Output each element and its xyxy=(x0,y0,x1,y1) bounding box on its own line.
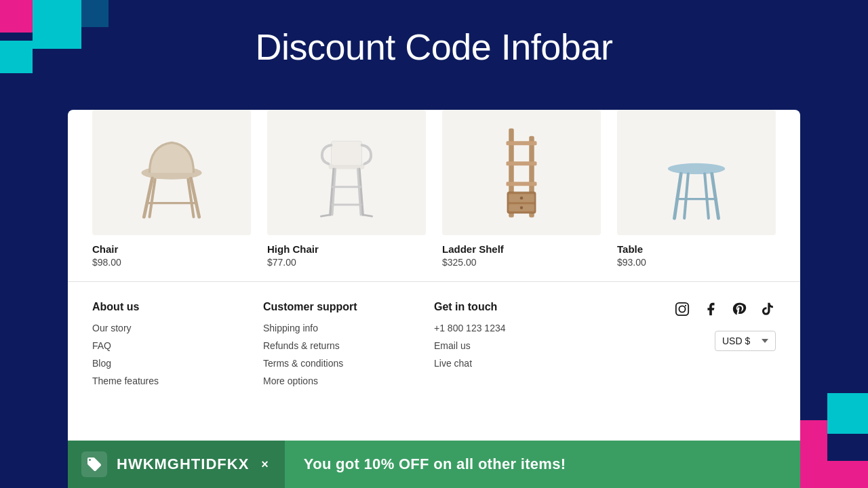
svg-line-32 xyxy=(675,174,682,218)
product-image-shelf xyxy=(442,110,601,235)
product-price-chair: $98.00 xyxy=(92,257,251,268)
svg-point-39 xyxy=(685,305,686,306)
svg-point-31 xyxy=(668,163,726,174)
product-name-table: Table xyxy=(617,243,776,255)
svg-line-20 xyxy=(363,214,372,216)
footer-link-faq[interactable]: FAQ xyxy=(92,340,263,351)
product-name-chair: Chair xyxy=(92,243,251,255)
footer: About us Our story FAQ Blog Theme featur… xyxy=(68,282,800,407)
infobar-code-section: HWKMGHTIDFKX × xyxy=(68,441,285,488)
product-price-shelf: $325.00 xyxy=(442,257,601,268)
svg-rect-37 xyxy=(676,303,688,315)
shelf-illustration xyxy=(481,119,562,227)
product-name-shelf: Ladder Shelf xyxy=(442,243,601,255)
infobar: HWKMGHTIDFKX × You got 10% OFF on all ot… xyxy=(68,441,800,488)
social-icons xyxy=(674,301,776,317)
svg-rect-41 xyxy=(827,393,868,434)
instagram-icon[interactable] xyxy=(674,301,690,317)
footer-link-terms[interactable]: Terms & conditions xyxy=(263,358,434,369)
infobar-message-section: You got 10% OFF on all other items! xyxy=(285,441,800,488)
svg-rect-23 xyxy=(507,141,537,145)
pinterest-icon[interactable] xyxy=(731,301,747,317)
footer-about: About us Our story FAQ Blog Theme featur… xyxy=(92,301,263,393)
svg-point-38 xyxy=(679,306,685,312)
footer-link-refunds[interactable]: Refunds & returns xyxy=(263,340,434,351)
chair-illustration xyxy=(127,119,216,227)
svg-line-35 xyxy=(705,174,709,218)
product-price-table: $93.00 xyxy=(617,257,776,268)
footer-link-shipping[interactable]: Shipping info xyxy=(263,323,434,333)
tag-icon xyxy=(81,451,107,477)
product-card-highchair[interactable]: High Chair $77.00 xyxy=(259,110,434,268)
highchair-illustration xyxy=(306,119,387,227)
svg-rect-42 xyxy=(827,434,868,461)
footer-link-story[interactable]: Our story xyxy=(92,323,263,333)
tiktok-icon[interactable] xyxy=(760,301,776,317)
footer-link-more[interactable]: More options xyxy=(263,375,434,386)
product-card-shelf[interactable]: Ladder Shelf $325.00 xyxy=(434,110,609,268)
page-title: Discount Code Infobar xyxy=(0,26,868,68)
product-image-table xyxy=(617,110,776,235)
product-name-highchair: High Chair xyxy=(267,243,426,255)
close-button[interactable]: × xyxy=(258,455,271,474)
footer-link-blog[interactable]: Blog xyxy=(92,358,263,369)
footer-support: Customer support Shipping info Refunds &… xyxy=(263,301,434,393)
discount-code: HWKMGHTIDFKX xyxy=(117,455,249,473)
svg-rect-4 xyxy=(81,0,108,27)
footer-about-title: About us xyxy=(92,301,263,313)
table-illustration xyxy=(652,119,741,227)
product-card-table[interactable]: Table $93.00 xyxy=(609,110,784,268)
footer-chat[interactable]: Live chat xyxy=(434,358,605,369)
footer-support-title: Customer support xyxy=(263,301,434,313)
svg-point-29 xyxy=(520,196,524,199)
svg-rect-25 xyxy=(507,182,537,186)
footer-contact: Get in touch +1 800 123 1234 Email us Li… xyxy=(434,301,605,393)
product-price-highchair: $77.00 xyxy=(267,257,426,268)
svg-rect-24 xyxy=(507,161,537,165)
footer-link-theme[interactable]: Theme features xyxy=(92,375,263,386)
product-image-chair xyxy=(92,110,251,235)
svg-line-34 xyxy=(684,174,688,218)
product-image-highchair xyxy=(267,110,426,235)
facebook-icon[interactable] xyxy=(703,301,719,317)
products-grid: Chair $98.00 xyxy=(68,110,800,282)
svg-line-19 xyxy=(321,214,331,216)
svg-rect-12 xyxy=(332,141,362,165)
svg-point-30 xyxy=(520,206,524,209)
footer-phone[interactable]: +1 800 123 1234 xyxy=(434,323,605,333)
discount-message: You got 10% OFF on all other items! xyxy=(304,455,566,473)
footer-email[interactable]: Email us xyxy=(434,340,605,351)
svg-line-33 xyxy=(712,174,719,218)
product-card-chair[interactable]: Chair $98.00 xyxy=(84,110,259,268)
footer-contact-title: Get in touch xyxy=(434,301,605,313)
currency-select[interactable]: USD $ EUR € GBP £ xyxy=(715,331,776,351)
main-content: Chair $98.00 xyxy=(68,110,800,488)
